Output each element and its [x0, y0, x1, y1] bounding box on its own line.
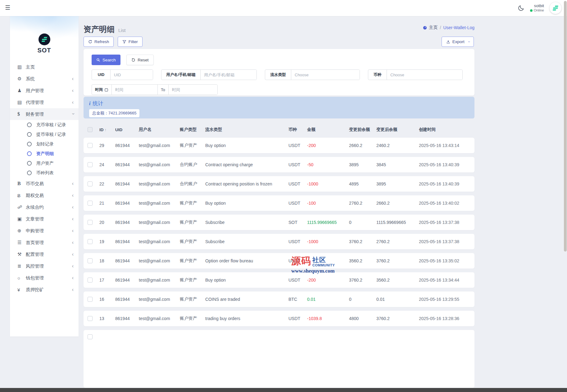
- gauge-icon: [423, 25, 427, 30]
- sidebar-item[interactable]: ⚒配置管理‹: [10, 248, 79, 260]
- filter-input-1[interactable]: [111, 70, 153, 80]
- filter-group-1: UID: [92, 69, 153, 80]
- cell-created-time: 2025-05-16 13:43:14: [419, 143, 474, 148]
- cell-amount: 1115.99669665: [307, 220, 349, 225]
- cell-amount: -50: [307, 162, 349, 167]
- row-checkbox[interactable]: [88, 316, 93, 321]
- row-checkbox[interactable]: [88, 143, 93, 148]
- cell-flow-type: COINS are traded: [205, 297, 288, 302]
- dark-mode-moon-icon[interactable]: [518, 5, 524, 11]
- download-icon: [446, 40, 450, 44]
- cell-username: test@gmail.com: [139, 239, 180, 244]
- filter-input-2[interactable]: [201, 70, 256, 80]
- time-to-label: To: [157, 85, 169, 95]
- cell-account-type: 账户资产: [180, 277, 205, 283]
- filter-input-3[interactable]: [291, 70, 360, 80]
- filter-group-3: 流水类型: [265, 69, 360, 80]
- newspaper-icon: ▣: [17, 216, 26, 222]
- select-all-checkbox[interactable]: [88, 127, 93, 132]
- sidebar-subitem[interactable]: 划转记录: [10, 139, 79, 149]
- row-checkbox[interactable]: [88, 297, 93, 302]
- sidebar-item[interactable]: ▥主页: [10, 61, 79, 73]
- hamburger-menu-icon[interactable]: ☰: [5, 4, 10, 11]
- yen-icon: ¥: [17, 287, 26, 292]
- cell-created-time: 2025-05-16 13:40:02: [419, 201, 474, 206]
- sidebar-item[interactable]: Ƀ期权交易‹: [10, 189, 79, 201]
- sidebar-item[interactable]: B币币交易‹: [10, 178, 79, 189]
- sidebar-item[interactable]: $财务管理‹: [10, 108, 79, 120]
- cell-username: test@gmail.com: [139, 316, 180, 321]
- cell-username: test@gmail.com: [139, 162, 180, 167]
- table-row: 29861944test@gmail.com账户资产Buy optionUSDT…: [84, 138, 474, 153]
- avatar[interactable]: [550, 2, 561, 14]
- sidebar-item[interactable]: ≣风控管理‹: [10, 260, 79, 272]
- cell-balance-before: 3760.2: [349, 278, 376, 283]
- cell-account-type: 账户资产: [180, 143, 205, 148]
- id-card-icon: ▤: [17, 100, 26, 105]
- breadcrumb-current[interactable]: User-Wallet-Log: [443, 25, 474, 30]
- time-to-input[interactable]: [169, 85, 217, 95]
- sidebar-item[interactable]: ♟用户管理‹: [10, 85, 79, 96]
- cell-balance-before: 2660.2: [349, 143, 376, 148]
- reset-button[interactable]: Reset: [126, 55, 153, 65]
- sidebar-item[interactable]: ▣文章管理‹: [10, 213, 79, 225]
- sidebar-item[interactable]: ▤代理管理‹: [10, 96, 79, 108]
- user-block[interactable]: sotbit Online: [530, 3, 544, 13]
- chevron-left-icon: ‹: [72, 228, 74, 234]
- row-checkbox[interactable]: [88, 334, 93, 339]
- time-from-input[interactable]: [112, 85, 157, 95]
- chevron-left-icon: ‹: [72, 100, 74, 105]
- filter-fields-row: UID用户名/手机/邮箱流水类型币种: [92, 69, 466, 80]
- sidebar-subitem[interactable]: 充币审核 / 记录: [10, 120, 79, 130]
- cell-created-time: 2025-05-16 13:37:38: [419, 239, 474, 244]
- table-row: 24861944test@gmail.com合约账户Contract openi…: [84, 157, 474, 172]
- refresh-icon: [88, 40, 92, 44]
- row-checkbox[interactable]: [88, 181, 93, 186]
- sidebar-subitem[interactable]: 提币审核 / 记录: [10, 130, 79, 139]
- export-button[interactable]: Export ‹: [442, 37, 474, 47]
- radio-circle-icon: [27, 161, 32, 166]
- filter-group-4: 币种: [368, 69, 463, 80]
- breadcrumb-home[interactable]: 主页: [423, 25, 438, 30]
- chevron-left-icon: ‹: [72, 287, 74, 292]
- sort-ascending-icon[interactable]: ↑: [105, 128, 107, 132]
- cell-flow-type: Buy option: [205, 201, 288, 206]
- chevron-left-icon: ‹: [72, 240, 74, 245]
- sidebar-item[interactable]: ○钱包管理‹: [10, 272, 79, 284]
- user-name: sotbit: [530, 3, 544, 8]
- cell-balance-before: 4895: [349, 181, 376, 186]
- row-checkbox[interactable]: [88, 220, 93, 225]
- sidebar-item-label: 期权交易: [26, 193, 44, 198]
- row-checkbox[interactable]: [88, 258, 93, 263]
- sidebar-subitem[interactable]: 资产明细: [10, 149, 79, 158]
- sidebar-item[interactable]: ¥质押挖矿‹: [10, 284, 79, 296]
- sidebar-item[interactable]: ☰首页管理‹: [10, 237, 79, 248]
- filter-button[interactable]: Filter: [118, 37, 143, 47]
- row-checkbox[interactable]: [88, 239, 93, 244]
- sidebar-item-label: 文章管理: [26, 216, 44, 222]
- sidebar-item[interactable]: ⚙系统‹: [10, 73, 79, 85]
- chevron-left-icon: ‹: [72, 216, 74, 222]
- sidebar-item[interactable]: ☍永续合约‹: [10, 201, 79, 213]
- row-checkbox[interactable]: [88, 162, 93, 167]
- filter-input-4[interactable]: [387, 70, 462, 80]
- online-dot-icon: [530, 9, 533, 12]
- circle-icon: ○: [17, 275, 26, 281]
- table-row: 22861944test@gmail.com合约账户Contract openi…: [84, 176, 474, 192]
- cell-balance-after: 3760.2: [376, 258, 419, 263]
- sidebar-item-label: 资产明细: [36, 151, 54, 157]
- cell-balance-before: 0: [349, 297, 376, 302]
- row-checkbox[interactable]: [88, 201, 93, 206]
- sidebar-item[interactable]: ⊕申购管理‹: [10, 225, 79, 237]
- sidebar-subitem[interactable]: 币种列表: [10, 168, 79, 178]
- cell-account-type: 账户资产: [180, 220, 205, 225]
- search-button[interactable]: Search: [92, 55, 120, 65]
- row-checkbox[interactable]: [88, 278, 93, 283]
- sidebar-subitem[interactable]: 用户资产: [10, 158, 79, 168]
- horizontal-scrollbar[interactable]: [0, 388, 567, 392]
- table-row: 20861944test@gmail.com账户资产SubscribeSOT11…: [84, 215, 474, 230]
- cell-balance-after: 2660.2: [376, 201, 419, 206]
- vertical-scrollbar[interactable]: [564, 1, 567, 252]
- sidebar-item-label: 充币审核 / 记录: [36, 122, 66, 128]
- refresh-button[interactable]: Refresh: [84, 37, 114, 47]
